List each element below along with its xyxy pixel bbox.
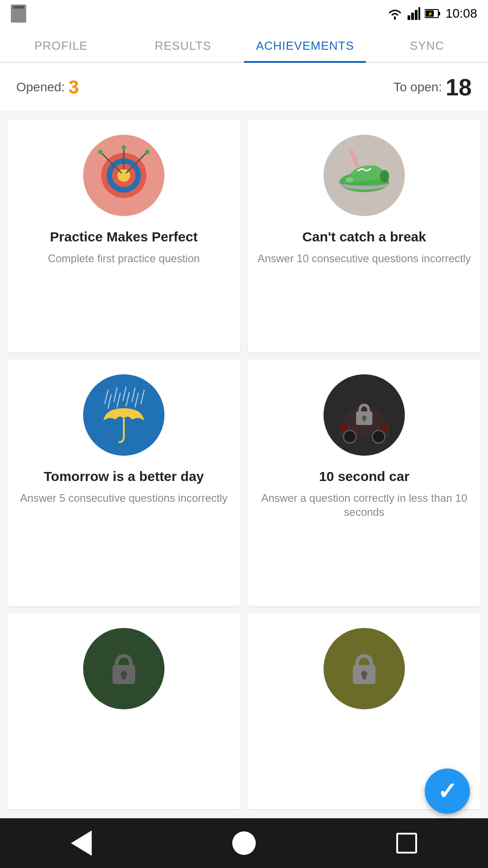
signal-icon [408,7,420,20]
svg-point-13 [98,150,103,154]
svg-point-37 [372,430,385,443]
to-open-value: 18 [446,74,472,101]
nav-home-button[interactable] [228,827,260,859]
svg-line-33 [135,393,138,407]
svg-text:⚡: ⚡ [427,11,433,17]
navigation-bar [0,818,488,868]
to-open-label: To open: [394,80,442,94]
achievement-desc-ten-second: Answer a question correctly in less than… [257,491,472,519]
achievement-ten-second-car[interactable]: 10 second car Answer a question correctl… [248,360,481,606]
svg-rect-3 [418,7,420,20]
achievement-icon-lock-car [324,374,405,456]
achievement-title-tomorrow: Tomorrow is a better day [44,468,204,485]
achievement-icon-dark-lock [83,628,164,709]
nav-back-button[interactable] [66,827,97,859]
svg-rect-1 [411,13,414,20]
svg-line-30 [108,395,111,408]
svg-rect-5 [438,12,440,15]
achievement-partial-left[interactable] [7,613,240,809]
achievement-icon-umbrella [83,374,164,456]
achievement-title-cant-catch: Can't catch a break [302,229,426,245]
tab-results[interactable]: RESULTS [122,27,244,62]
achievement-icon-archery [83,135,164,216]
svg-point-15 [145,150,150,154]
notification-icon [11,5,26,23]
svg-point-17 [122,145,126,150]
svg-rect-40 [363,418,366,421]
status-bar: ⚡ 10:08 [0,0,488,27]
svg-point-36 [343,430,356,443]
svg-rect-2 [415,10,418,20]
achievement-desc-tomorrow: Answer 5 consecutive questions incorrect… [20,491,228,505]
svg-point-22 [380,170,389,183]
achievement-tomorrow-better[interactable]: Tomorrow is a better day Answer 5 consec… [7,360,240,606]
fab-check-button[interactable]: ✓ [425,769,470,814]
opened-value: 3 [68,76,79,98]
wifi-icon [387,7,403,20]
svg-line-25 [105,390,108,404]
achievement-title-ten-second: 10 second car [319,468,409,485]
battery-icon: ⚡ [425,9,441,19]
svg-rect-41 [341,425,348,429]
svg-line-29 [141,390,144,404]
tab-sync[interactable]: SYNC [366,27,488,62]
svg-line-27 [123,387,126,401]
achievement-desc-practice: Complete first practice question [48,251,200,265]
opened-label: Opened: [16,80,65,94]
tab-profile[interactable]: PROFILE [0,27,122,62]
achievement-practice-makes-perfect[interactable]: Practice Makes Perfect Complete first pr… [7,120,240,353]
svg-rect-0 [408,15,410,20]
svg-line-26 [114,388,117,401]
svg-line-28 [132,388,135,401]
home-icon [232,831,256,855]
svg-line-31 [117,393,120,407]
achievement-desc-cant-catch: Answer 10 consecutive questions incorrec… [258,251,471,265]
recents-icon [396,833,417,854]
tab-bar: PROFILE RESULTS ACHIEVEMENTS SYNC [0,27,488,63]
back-icon [71,830,92,856]
achievements-grid: Practice Makes Perfect Complete first pr… [0,113,488,868]
status-time: 10:08 [446,6,477,21]
achievement-icon-olive-lock [324,628,405,709]
tab-achievements[interactable]: ACHIEVEMENTS [244,27,366,62]
svg-rect-48 [362,674,366,679]
achievement-cant-catch-break[interactable]: Can't catch a break Answer 10 consecutiv… [248,120,481,353]
svg-rect-45 [122,674,126,679]
achievement-icon-sneaker [324,135,405,216]
fab-check-icon: ✓ [437,778,457,805]
svg-rect-42 [380,425,388,429]
stats-bar: Opened: 3 To open: 18 [0,63,488,112]
svg-rect-23 [346,178,353,182]
svg-line-32 [126,392,129,406]
nav-recents-button[interactable] [391,827,422,859]
achievement-title-practice: Practice Makes Perfect [50,229,198,245]
